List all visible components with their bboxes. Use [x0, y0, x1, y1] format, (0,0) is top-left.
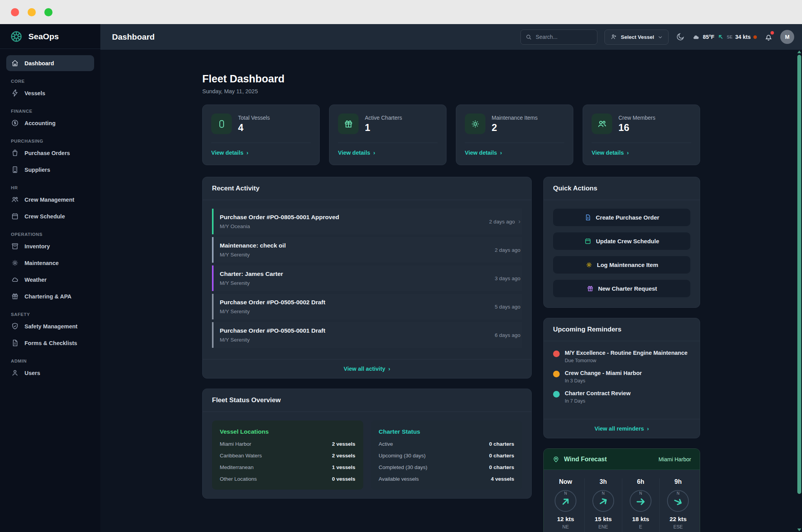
- sidebar-item-vessels[interactable]: Vessels: [6, 85, 94, 101]
- update-crew-schedule-button[interactable]: Update Crew Schedule: [553, 232, 690, 250]
- sidebar-item-maintenance[interactable]: Maintenance: [6, 255, 94, 271]
- search-box[interactable]: [520, 30, 597, 45]
- view-all-activity-link[interactable]: View all activity›: [344, 366, 390, 372]
- sidebar-item-safety-management[interactable]: Safety Management: [6, 318, 94, 334]
- forecast-direction: ENE: [588, 524, 618, 530]
- forecast-direction: NE: [550, 524, 581, 530]
- sidebar-item-label: Maintenance: [25, 260, 59, 266]
- sidebar-item-label: Purchase Orders: [25, 150, 70, 156]
- user-avatar[interactable]: M: [780, 30, 794, 44]
- new-charter-request-button[interactable]: New Charter Request: [553, 280, 690, 297]
- log-maintenance-item-button[interactable]: Log Maintenance Item: [553, 256, 690, 274]
- sidebar-item-crew-schedule[interactable]: Crew Schedule: [6, 208, 94, 224]
- create-purchase-order-button[interactable]: Create Purchase Order: [553, 209, 690, 226]
- page-content: Fleet Dashboard Sunday, May 11, 2025 Tot…: [100, 50, 802, 532]
- stat-cards-row: Total Vessels 4 View details›: [202, 105, 700, 165]
- page-scrollbar[interactable]: [797, 50, 802, 532]
- activity-vessel: M/Y Oceania: [220, 223, 489, 229]
- forecast-direction: E: [625, 524, 656, 530]
- shield-check-icon: [11, 322, 19, 330]
- activity-item[interactable]: Charter: James Carter M/Y Serenity 3 day…: [212, 265, 522, 291]
- view-details-link[interactable]: View details›: [211, 150, 249, 156]
- document-icon: [11, 339, 19, 347]
- fleet-status-row: Completed (30 days) 0 charters: [379, 464, 515, 470]
- notification-badge: [770, 31, 774, 35]
- right-column: Quick Actions Create Purchase Order: [543, 177, 700, 532]
- sidebar-item-label: Users: [25, 370, 40, 376]
- wind-arrow-icon: [635, 496, 646, 508]
- weather-cloud-icon: [692, 33, 700, 41]
- sidebar-item-chartering[interactable]: Chartering & APA: [6, 288, 94, 304]
- reminder-title: M/Y Excellence - Routine Engine Maintena…: [565, 350, 688, 356]
- wind-compass: N: [667, 490, 689, 512]
- wind-compass: N: [630, 490, 651, 512]
- vessel-icon: [211, 113, 232, 134]
- sidebar-item-inventory[interactable]: Inventory: [6, 238, 94, 254]
- reminder-due: In 3 Days: [565, 378, 642, 384]
- quick-action-label: Update Crew Schedule: [596, 238, 659, 244]
- sidebar-item-label: Vessels: [25, 90, 45, 96]
- activity-item[interactable]: Purchase Order #PO-0505-0001 Draft M/Y S…: [212, 322, 522, 348]
- window-maximize-button[interactable]: [44, 8, 53, 16]
- calendar-icon: [11, 212, 19, 220]
- sidebar-item-dashboard[interactable]: Dashboard: [6, 55, 94, 71]
- quick-actions-card: Quick Actions Create Purchase Order: [543, 177, 700, 308]
- quick-actions-title: Quick Actions: [544, 177, 700, 200]
- activity-vessel: M/Y Serenity: [220, 280, 495, 286]
- chevron-right-icon: ›: [627, 150, 629, 156]
- sidebar-item-label: Crew Management: [25, 197, 74, 203]
- sidebar-item-label: Chartering & APA: [25, 293, 72, 300]
- activity-item[interactable]: Purchase Order #PO-0805-0001 Approved M/…: [212, 209, 522, 234]
- activity-item[interactable]: Purchase Order #PO-0505-0002 Draft M/Y S…: [212, 294, 522, 319]
- sidebar-item-purchase-orders[interactable]: Purchase Orders: [6, 145, 94, 161]
- sidebar-item-accounting[interactable]: Accounting: [6, 115, 94, 131]
- notifications-button[interactable]: [764, 32, 773, 42]
- gift-icon: [587, 285, 594, 292]
- dark-mode-toggle[interactable]: [676, 32, 685, 42]
- avatar-initial: M: [785, 34, 790, 40]
- chevron-right-icon: ›: [373, 150, 375, 156]
- view-all-reminders-link[interactable]: View all reminders›: [595, 426, 649, 432]
- search-input[interactable]: [536, 34, 590, 40]
- sidebar-item-label: Forms & Checklists: [25, 340, 77, 346]
- sidebar-item-users[interactable]: Users: [6, 365, 94, 381]
- scroll-up-arrow-icon[interactable]: [797, 51, 801, 53]
- page-title: Fleet Dashboard: [202, 73, 700, 85]
- stat-value: 2: [492, 122, 538, 133]
- select-vessel-button[interactable]: Select Vessel: [604, 30, 669, 45]
- view-details-link[interactable]: View details›: [465, 150, 502, 156]
- activity-time: 5 days ago: [495, 304, 520, 310]
- scroll-down-arrow-icon[interactable]: [797, 529, 801, 531]
- gift-icon: [11, 292, 19, 300]
- page-scrollbar-thumb[interactable]: [797, 55, 801, 494]
- view-details-link[interactable]: View details›: [592, 150, 629, 156]
- activity-item[interactable]: Maintenance: check oil M/Y Serenity 2 da…: [212, 237, 522, 263]
- sidebar-section-admin: ADMIN: [11, 359, 89, 363]
- sidebar-nav: Dashboard CORE Vessels FINANCE Accountin…: [0, 49, 100, 387]
- sidebar-item-weather[interactable]: Weather: [6, 272, 94, 288]
- stat-label: Active Charters: [365, 115, 402, 121]
- sidebar-item-label: Dashboard: [25, 60, 54, 66]
- activity-title: Purchase Order #PO-0805-0001 Approved: [220, 214, 489, 221]
- stat-card-maintenance-items: Maintenance Items 2 View details›: [456, 105, 573, 165]
- vessel-locations-panel: Vessel Locations Miami Harbor 2 vessels …: [212, 420, 363, 490]
- activity-vessel: M/Y Serenity: [220, 337, 495, 343]
- sidebar-item-crew-management[interactable]: Crew Management: [6, 192, 94, 208]
- charter-status-title: Charter Status: [379, 428, 515, 435]
- upcoming-reminders-title: Upcoming Reminders: [544, 318, 700, 341]
- activity-vessel: M/Y Serenity: [220, 309, 495, 314]
- location-pin-icon: [552, 455, 560, 463]
- brand-logo-row: SeaOps: [0, 24, 100, 49]
- view-details-link[interactable]: View details›: [338, 150, 375, 156]
- gear-icon: [11, 259, 19, 267]
- stat-card-total-vessels: Total Vessels 4 View details›: [202, 105, 320, 165]
- window-minimize-button[interactable]: [28, 8, 36, 16]
- forecast-speed: 18 kts: [625, 516, 656, 523]
- sidebar-item-label: Inventory: [25, 243, 50, 249]
- forecast-time: Now: [550, 478, 581, 485]
- topbar-controls: Select Vessel 85°F SE: [520, 30, 794, 45]
- sidebar-item-suppliers[interactable]: Suppliers: [6, 162, 94, 178]
- window-close-button[interactable]: [11, 8, 19, 16]
- sidebar-item-forms-checklists[interactable]: Forms & Checklists: [6, 335, 94, 351]
- wind-forecast-columns: Now N 12 kts NE Gentle Breeze: [544, 470, 700, 532]
